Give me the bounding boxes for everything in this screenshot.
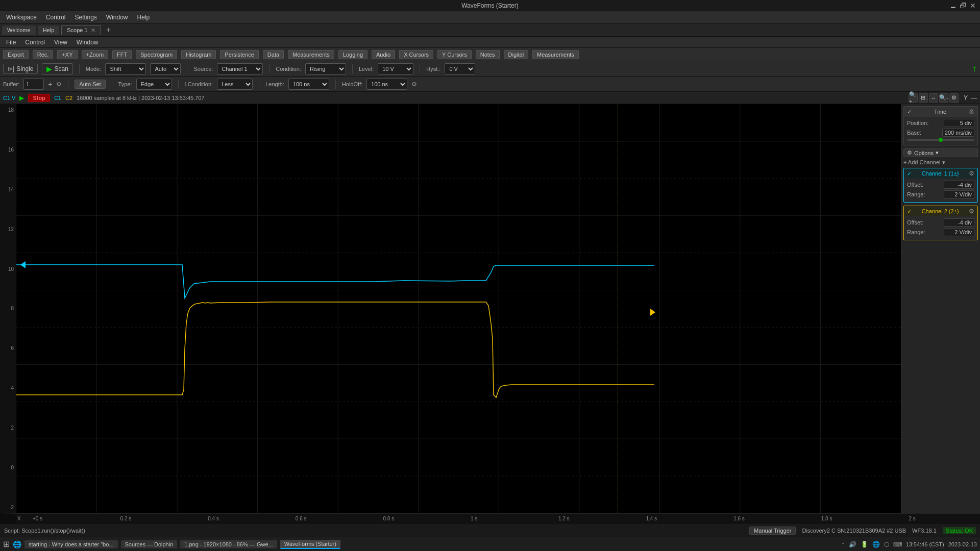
battery-icon: 🔋 bbox=[861, 541, 868, 548]
tab-scope1-close[interactable]: ✕ bbox=[91, 27, 95, 34]
add-channel-button[interactable]: + Add Channel ▾ bbox=[903, 159, 978, 166]
menu-control[interactable]: Control bbox=[42, 13, 70, 22]
toolbar-ycursors[interactable]: Y Cursors bbox=[437, 50, 472, 59]
browser-icon[interactable]: 🌐 bbox=[13, 540, 21, 548]
menu2-file[interactable]: File bbox=[2, 38, 20, 47]
zoom-out-icon[interactable]: 🔍- bbox=[939, 93, 948, 103]
tab-add-button[interactable]: + bbox=[103, 26, 114, 35]
options-row: ⚙ Options ▾ bbox=[903, 148, 978, 157]
level-select[interactable]: 10 V bbox=[378, 63, 413, 74]
buffer-gear-icon[interactable]: ⚙ bbox=[56, 81, 62, 88]
zoom-x-icon[interactable]: ↔ bbox=[929, 93, 938, 103]
toolbar-audio[interactable]: Audio bbox=[372, 50, 395, 59]
toolbar-export[interactable]: Export bbox=[3, 50, 29, 59]
condition-select[interactable]: Rising bbox=[305, 63, 346, 74]
toolbar-digital[interactable]: Digital bbox=[504, 50, 529, 59]
tab-scope1[interactable]: Scope 1 ✕ bbox=[61, 25, 101, 35]
lcondition-select[interactable]: Less bbox=[217, 79, 253, 90]
stop-button[interactable]: Stop bbox=[28, 94, 50, 102]
toolbar-xy[interactable]: +XY bbox=[57, 50, 77, 59]
ch1-range-value[interactable]: 2 V/div bbox=[944, 190, 974, 198]
toolbar-persistence[interactable]: Persistence bbox=[220, 50, 258, 59]
ch2-gear-icon[interactable]: ⚙ bbox=[969, 208, 974, 215]
taskbar-item-2[interactable]: 1.png - 980×551 - 86% — Gwe... bbox=[180, 540, 277, 548]
taskbar-item-3-label: WaveForms (Starter) bbox=[284, 541, 336, 547]
ch1-offset-value[interactable]: -4 div bbox=[944, 181, 974, 189]
channel1-header: ✓ Channel 1 (1±) ⚙ bbox=[904, 168, 977, 179]
zoom-fit-icon[interactable]: ⊞ bbox=[919, 93, 928, 103]
divider5 bbox=[420, 64, 420, 73]
buffer-input[interactable] bbox=[23, 79, 44, 90]
controls1: ⊳| Single ▶ Scan Mode: Shift Auto Source… bbox=[0, 61, 980, 77]
menu-workspace[interactable]: Workspace bbox=[2, 13, 41, 22]
plot-area[interactable] bbox=[16, 104, 901, 513]
position-value[interactable]: 5 div bbox=[944, 119, 974, 127]
menu-help[interactable]: Help bbox=[133, 13, 154, 22]
base-value[interactable]: 200 ms/div bbox=[942, 129, 974, 137]
ch2-check: ✓ bbox=[907, 208, 912, 215]
time-gear-icon[interactable]: ⚙ bbox=[969, 108, 974, 115]
x-label-1: 1 s bbox=[471, 516, 477, 521]
start-icon[interactable]: ⊞ bbox=[3, 539, 10, 549]
auto-set-button[interactable]: Auto Set bbox=[75, 80, 105, 89]
toolbar-zoom[interactable]: +Zoom bbox=[82, 50, 109, 59]
minimize-icon[interactable]: 🗕 bbox=[949, 2, 957, 10]
scan-button[interactable]: ▶ Scan bbox=[42, 63, 72, 74]
status-ok: Status: OK bbox=[943, 527, 976, 534]
taskbar-item-1[interactable]: Sources — Dolphin bbox=[121, 540, 178, 548]
holdoff-gear-icon[interactable]: ⚙ bbox=[411, 81, 417, 88]
tab-welcome[interactable]: Welcome bbox=[2, 26, 36, 35]
options-button[interactable]: ⚙ Options ▾ bbox=[903, 148, 978, 157]
toolbar-xcursors[interactable]: X Cursors bbox=[399, 50, 433, 59]
holdoff-select[interactable]: 100 ns bbox=[366, 79, 407, 90]
toolbar-spectrogram[interactable]: Spectrogram bbox=[136, 50, 177, 59]
type-select[interactable]: Edge bbox=[136, 79, 172, 90]
ch1-gear-icon[interactable]: ⚙ bbox=[969, 170, 974, 177]
scan-label: Scan bbox=[54, 65, 68, 72]
taskbar-item-3[interactable]: WaveForms (Starter) bbox=[280, 540, 340, 549]
source-select[interactable]: Channel 1 bbox=[217, 63, 263, 74]
toolbar-notes[interactable]: Notes bbox=[476, 50, 500, 59]
divider4 bbox=[352, 64, 353, 73]
ch2-offset-value[interactable]: -4 div bbox=[944, 218, 974, 227]
toolbar-measurements[interactable]: Measurements bbox=[288, 50, 334, 59]
buffer-add-icon[interactable]: + bbox=[48, 80, 52, 88]
menu2-control[interactable]: Control bbox=[21, 38, 49, 47]
toolbar-data[interactable]: Data bbox=[263, 50, 284, 59]
position-row: Position: 5 div bbox=[907, 119, 974, 127]
upload-icon: ↑ bbox=[842, 541, 845, 548]
zoom-in-icon[interactable]: 🔍+ bbox=[909, 93, 918, 103]
x-label-08: 0.8 s bbox=[383, 516, 394, 521]
toolbar-rec[interactable]: Rec. bbox=[33, 50, 54, 59]
sys-status: Manual Trigger Discovery2 C SN:210321B30… bbox=[749, 527, 976, 535]
length-label: Length: bbox=[265, 81, 284, 87]
toolbar-fft[interactable]: FFT bbox=[112, 50, 132, 59]
toolbar-measurements2[interactable]: Measurements bbox=[532, 50, 579, 59]
toolbar-histogram[interactable]: Histogram bbox=[181, 50, 216, 59]
hyst-select[interactable]: 0 V bbox=[445, 63, 475, 74]
single-button[interactable]: ⊳| Single bbox=[3, 64, 38, 74]
menu-window[interactable]: Window bbox=[102, 13, 132, 22]
menu2-window[interactable]: Window bbox=[72, 38, 103, 47]
divider2 bbox=[187, 64, 187, 73]
length-select[interactable]: 100 ns bbox=[288, 79, 329, 90]
taskbar-item-0[interactable]: starting - Why does a starter "bo... bbox=[24, 540, 118, 548]
menubar2: File Control View Window bbox=[0, 37, 980, 48]
holdoff-label: HoldOff: bbox=[342, 81, 362, 87]
tab-help[interactable]: Help bbox=[38, 26, 60, 35]
ch2-panel-body: Offset: -4 div Range: 2 V/div bbox=[904, 216, 977, 240]
statusbar-top: C1 V ▶ Stop C1 C2 16000 samples at 8 kHz… bbox=[0, 92, 980, 104]
time-slider[interactable] bbox=[907, 139, 974, 141]
zoom-settings-icon[interactable]: ⚙ bbox=[949, 93, 959, 103]
window-controls[interactable]: 🗕 🗗 ✕ bbox=[949, 2, 976, 10]
taskbar-item-0-label: starting - Why does a starter "bo... bbox=[29, 541, 114, 547]
ch2-range-value[interactable]: 2 V/div bbox=[944, 228, 974, 236]
manual-trigger[interactable]: Manual Trigger bbox=[749, 527, 796, 535]
menu-settings[interactable]: Settings bbox=[71, 13, 101, 22]
maximize-icon[interactable]: 🗗 bbox=[960, 2, 967, 10]
auto-select[interactable]: Auto bbox=[150, 63, 181, 74]
menu2-view[interactable]: View bbox=[50, 38, 71, 47]
close-icon[interactable]: ✕ bbox=[970, 2, 976, 10]
toolbar-logging[interactable]: Logging bbox=[338, 50, 368, 59]
mode-select[interactable]: Shift bbox=[105, 63, 146, 74]
